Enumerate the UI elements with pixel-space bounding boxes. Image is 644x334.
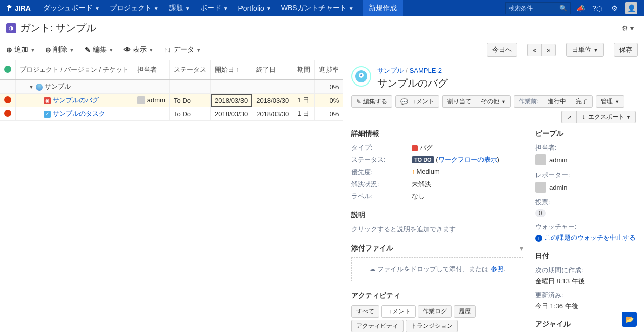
created-value: 金曜日 8:13 午後 — [535, 277, 636, 286]
end-date-cell[interactable]: 2018/03/30 — [252, 107, 293, 121]
info-icon: i — [535, 235, 542, 242]
prev-button[interactable]: « — [527, 44, 541, 56]
delete-button[interactable]: ⊖削除▼ — [45, 45, 74, 54]
nav-portfolio[interactable]: Portfolio▼ — [233, 0, 276, 16]
tab-worklog[interactable]: 作業ログ — [418, 305, 452, 318]
nav-issues[interactable]: 課題▼ — [164, 0, 195, 16]
globe-icon — [36, 84, 43, 91]
nav-projects[interactable]: プロジェクト▼ — [105, 0, 164, 16]
reporter-value[interactable]: admin — [549, 184, 567, 191]
data-button[interactable]: ↑↓データ▼ — [164, 45, 201, 54]
minus-icon: ⊖ — [45, 46, 51, 54]
tab-all[interactable]: すべて — [351, 305, 379, 318]
save-button[interactable]: 保存 — [614, 43, 638, 57]
share-icon: ↗ — [567, 114, 572, 121]
plus-icon: ⊕ — [6, 46, 12, 54]
section-activity: アクティビティ — [351, 291, 523, 300]
priority-value: Medium — [417, 168, 440, 175]
breadcrumb-key[interactable]: SAMPLE-2 — [410, 67, 442, 74]
page-settings-icon[interactable]: ⚙ ▾ — [622, 24, 634, 32]
project-row[interactable]: ▼サンプル 0% — [0, 80, 343, 94]
stop-watching-link[interactable]: この課題のウォッチを中止する — [544, 234, 636, 241]
watchers-label: ウォッチャー: — [535, 222, 636, 231]
add-button[interactable]: ⊕追加▼ — [6, 45, 35, 54]
help-icon[interactable]: ?◌ — [590, 0, 605, 16]
col-name-header[interactable]: プロジェクト / バージョン / チケット — [16, 60, 133, 80]
nav-dashboards[interactable]: ダッシュボード▼ — [38, 0, 105, 16]
tab-history[interactable]: 履歴 — [454, 305, 476, 318]
status-cell: To Do — [170, 107, 211, 121]
issue-row[interactable]: ✓サンプルのタスク To Do 2018/03/30 2018/03/30 1 … — [0, 107, 343, 121]
feedback-fab[interactable]: 📂 — [622, 312, 637, 327]
section-description: 説明 — [351, 211, 523, 220]
labels-value: なし — [412, 192, 425, 201]
start-date-cell[interactable]: 2018/03/30 — [211, 94, 252, 107]
end-date-cell[interactable]: 2018/03/30 — [252, 94, 293, 107]
view-button[interactable]: 👁表示▼ — [124, 45, 154, 54]
tree-collapse-icon[interactable]: ▼ — [29, 84, 34, 90]
comment-icon: 💬 — [400, 98, 408, 105]
today-button[interactable]: 今日へ — [487, 43, 517, 57]
col-status-header[interactable] — [0, 60, 16, 80]
tab-comments[interactable]: コメント — [381, 305, 416, 318]
col-assignee-header[interactable]: 担当者 — [133, 60, 169, 80]
workflow-link[interactable]: ワークフローの表示 — [438, 156, 497, 163]
col-progress-header[interactable]: 進捗率 — [315, 60, 343, 80]
issue-link[interactable]: サンプルのバグ — [53, 96, 99, 104]
col-start-header[interactable]: 開始日 ↑ — [211, 60, 252, 80]
resolution-value: 未解決 — [412, 180, 431, 189]
attachment-dropzone[interactable]: ☁ ファイルをドロップして添付、または 参照. — [351, 257, 523, 281]
col-duration-header[interactable]: 期間 — [293, 60, 315, 80]
export-button[interactable]: ⤓ エクスポート ▼ — [576, 111, 636, 123]
next-button[interactable]: » — [541, 44, 556, 56]
jira-logo[interactable]: JIRA — [5, 4, 31, 12]
share-button[interactable]: ↗ — [561, 111, 576, 123]
assign-button[interactable]: 割り当て — [442, 95, 476, 108]
tab-activity[interactable]: アクティビティ — [351, 320, 404, 332]
issue-row[interactable]: ◉サンプルのバグ admin To Do 2018/03/30 2018/03/… — [0, 94, 343, 107]
edit-button[interactable]: ✎編集▼ — [85, 45, 114, 54]
feedback-icon[interactable]: 📣 — [573, 0, 588, 16]
global-search[interactable]: 検索条件🔍 — [505, 2, 571, 14]
votes-label: 投票: — [535, 198, 636, 207]
comment-button[interactable]: 💬コメント — [395, 95, 439, 108]
type-label: タイプ: — [351, 143, 412, 152]
pencil-icon: ✎ — [85, 46, 91, 54]
assignee-value[interactable]: admin — [549, 156, 567, 164]
settings-icon[interactable]: ⚙ — [607, 0, 622, 16]
export-icon: ⤓ — [581, 114, 586, 121]
priority-label: 優先度: — [351, 168, 412, 177]
duration-cell: 1 日 — [293, 107, 315, 121]
section-attachments: 添付ファイル — [351, 244, 520, 253]
browse-link[interactable]: 参照 — [491, 265, 504, 273]
transition-done[interactable]: 完了 — [571, 95, 593, 108]
issue-link[interactable]: サンプルのタスク — [53, 110, 105, 117]
attach-menu-icon[interactable]: ▾ — [520, 244, 523, 253]
tab-transitions[interactable]: トランジション — [406, 320, 458, 332]
resolution-label: 解決状況: — [351, 180, 412, 189]
start-date-cell[interactable]: 2018/03/30 — [211, 107, 252, 121]
created-label: 次の期間に作成: — [535, 266, 636, 275]
description-placeholder[interactable]: クリックすると説明を追加できます — [351, 225, 523, 234]
unit-select[interactable]: 日単位 ▼ — [566, 43, 604, 57]
nav-create-button[interactable]: 新規作成 — [363, 0, 403, 16]
edit-issue-button[interactable]: ✎編集する — [351, 95, 392, 108]
project-avatar — [351, 66, 371, 87]
status-label: ステータス: — [351, 155, 412, 164]
reporter-label: レポーター: — [535, 171, 636, 180]
sort-icon: ↑↓ — [164, 46, 171, 54]
search-icon: 🔍 — [559, 5, 567, 12]
nav-boards[interactable]: ボード▼ — [195, 0, 233, 16]
breadcrumb-project[interactable]: サンプル — [377, 67, 404, 74]
nav-wbs-gantt[interactable]: WBSガントチャート▼ — [276, 0, 359, 16]
other-actions-button[interactable]: その他 ▼ — [476, 95, 511, 108]
profile-avatar[interactable]: 👤 — [624, 0, 639, 16]
updated-value: 今日 1:36 午後 — [535, 302, 636, 311]
labels-label: ラベル: — [351, 192, 412, 201]
page-header: ◑ ガント: サンプル ⚙ ▾ — [0, 16, 644, 40]
col-end-header[interactable]: 終了日 — [252, 60, 293, 80]
col-status-text-header[interactable]: ステータス — [170, 60, 211, 80]
avatar-icon — [535, 154, 546, 165]
manage-button[interactable]: 管理 ▼ — [596, 95, 624, 108]
transition-in-progress[interactable]: 進行中 — [543, 95, 571, 108]
